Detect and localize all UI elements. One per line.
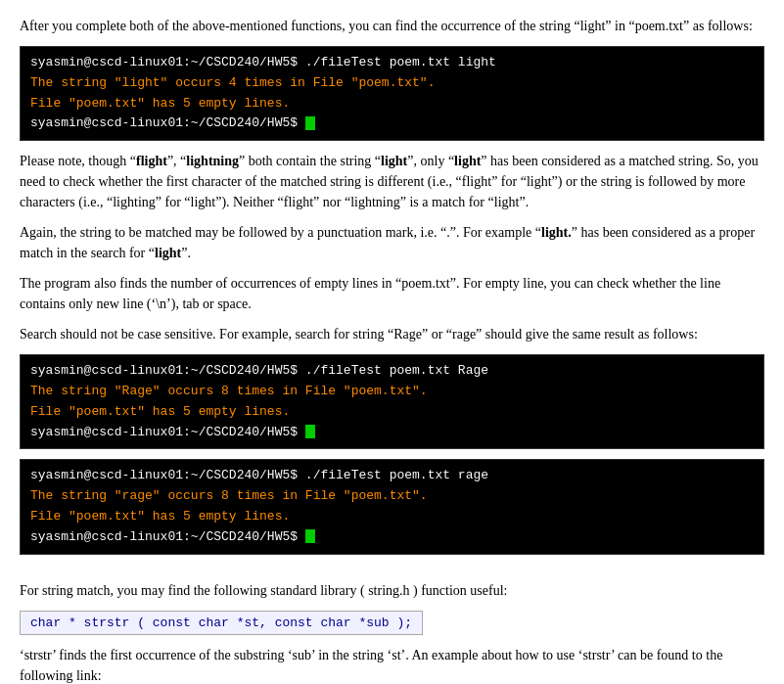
terminal-2-line3: File "poem.txt" has 5 empty lines. (30, 402, 754, 423)
terminal-1: syasmin@cscd-linux01:~/CSCD240/HW5$ ./fi… (20, 46, 764, 141)
terminal-3-line4: syasmin@cscd-linux01:~/CSCD240/HW5$ (30, 527, 754, 548)
terminal-3-line1: syasmin@cscd-linux01:~/CSCD240/HW5$ ./fi… (30, 466, 754, 486)
paragraph-3: The program also finds the number of occ… (20, 273, 764, 314)
terminal-2-line4: syasmin@cscd-linux01:~/CSCD240/HW5$ (30, 423, 754, 443)
terminal-1-line1: syasmin@cscd-linux01:~/CSCD240/HW5$ ./fi… (30, 53, 754, 73)
intro-paragraph: After you complete both of the above-men… (20, 16, 764, 36)
paragraph-6: ‘strstr’ finds the first occurrence of t… (20, 645, 764, 684)
terminal-3: syasmin@cscd-linux01:~/CSCD240/HW5$ ./fi… (20, 459, 764, 554)
terminal-3-line3: File "poem.txt" has 5 empty lines. (30, 507, 754, 527)
cursor-3 (305, 529, 315, 543)
terminal-1-line4: syasmin@cscd-linux01:~/CSCD240/HW5$ (30, 114, 754, 134)
cursor-2 (305, 425, 315, 438)
terminal-2-line2: The string "Rage" occurs 8 times in File… (30, 382, 754, 402)
terminal-2-line1: syasmin@cscd-linux01:~/CSCD240/HW5$ ./fi… (30, 361, 754, 382)
terminal-3-line2: The string "rage" occurs 8 times in File… (30, 486, 754, 507)
cursor-1 (305, 116, 315, 130)
paragraph-5: For string match, you may find the follo… (20, 580, 764, 601)
paragraph-1: Please note, though “flight”, “lightning… (20, 151, 764, 212)
terminal-1-line3: File "poem.txt" has 5 empty lines. (30, 94, 754, 114)
code-snippet: char * strstr ( const char *st, const ch… (20, 611, 764, 645)
terminal-1-line2: The string "light" occurs 4 times in Fil… (30, 73, 754, 94)
terminal-2: syasmin@cscd-linux01:~/CSCD240/HW5$ ./fi… (20, 354, 764, 449)
paragraph-4: Search should not be case sensitive. For… (20, 324, 764, 344)
paragraph-2: Again, the string to be matched may be f… (20, 222, 764, 263)
